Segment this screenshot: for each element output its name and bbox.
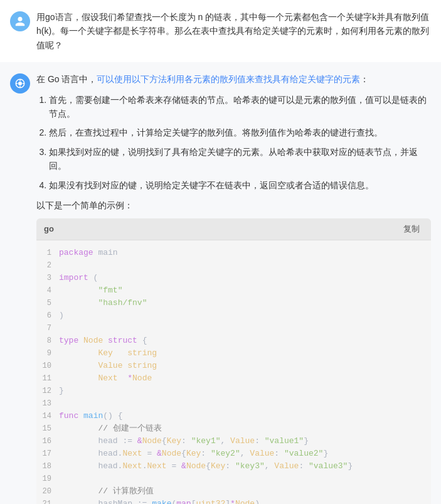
code-line: 12}: [36, 385, 431, 397]
code-line: 11 Next *Node: [36, 372, 431, 385]
line-number: 16: [36, 435, 59, 448]
line-code: "hash/fnv": [59, 297, 431, 309]
code-line: 20 // 计算散列值: [36, 485, 431, 498]
line-number: 12: [36, 385, 59, 397]
code-line: 16 head := &Node{Key: "key1", Value: "va…: [36, 435, 431, 448]
line-code: head.Next = &Node{Key: "key2", Value: "v…: [59, 448, 431, 460]
line-code: head := &Node{Key: "key1", Value: "value…: [59, 435, 431, 448]
line-code: [59, 322, 431, 335]
code-line: 4 "fmt": [36, 284, 431, 297]
step-2: 然后，在查找过程中，计算给定关键字的散列值。将散列值作为哈希表的键进行查找。: [49, 126, 431, 139]
line-number: 19: [36, 473, 59, 485]
code-line: 17 head.Next = &Node{Key: "key2", Value:…: [36, 448, 431, 460]
line-number: 20: [36, 485, 59, 498]
code-header: go 复制: [36, 218, 431, 240]
chat-container: 用go语言，假设我们希望查找一个长度为 n 的链表，其中每一个元素都包含一个关键…: [0, 0, 441, 504]
line-code: Next *Node: [59, 372, 431, 385]
line-code: [59, 259, 431, 272]
intro-after-link: ：: [360, 74, 369, 84]
code-line: 2: [36, 259, 431, 272]
line-number: 8: [36, 335, 59, 347]
line-code: type Node struct {: [59, 335, 431, 347]
code-line: 5 "hash/fnv": [36, 297, 431, 309]
user-message: 用go语言，假设我们希望查找一个长度为 n 的链表，其中每一个元素都包含一个关键…: [0, 0, 441, 62]
code-line: 18 head.Next.Next = &Node{Key: "key3", V…: [36, 460, 431, 473]
code-line: 7: [36, 322, 431, 335]
line-number: 11: [36, 372, 59, 385]
line-code: [59, 473, 431, 485]
intro-before-link: 在 Go 语言中，: [36, 74, 97, 84]
code-block: go 复制 1package main23import (4 "fmt"5 "h…: [36, 218, 431, 504]
ai-intro: 在 Go 语言中，可以使用以下方法利用各元素的散列值来查找具有给定关键字的元素：: [36, 72, 431, 86]
example-intro: 以下是一个简单的示例：: [36, 198, 431, 212]
code-line: 6): [36, 309, 431, 322]
code-line: 8type Node struct {: [36, 335, 431, 347]
line-code: func main() {: [59, 410, 431, 422]
line-code: // 计算散列值: [59, 485, 431, 498]
step-3: 如果找到对应的键，说明找到了具有给定关键字的元素。从哈希表中获取对应的链表节点，…: [49, 145, 431, 173]
line-code: [59, 397, 431, 410]
user-icon: [14, 16, 26, 27]
ai-content: 在 Go 语言中，可以使用以下方法利用各元素的散列值来查找具有给定关键字的元素：…: [36, 72, 431, 504]
line-code: }: [59, 385, 431, 397]
user-avatar: [10, 11, 30, 31]
step-1: 首先，需要创建一个哈希表来存储链表的节点。哈希表的键可以是元素的散列值，值可以是…: [49, 93, 431, 121]
line-code: package main: [59, 247, 431, 259]
line-number: 15: [36, 422, 59, 435]
line-code: // 创建一个链表: [59, 422, 431, 435]
line-number: 18: [36, 460, 59, 473]
line-number: 4: [36, 284, 59, 297]
step-4: 如果没有找到对应的键，说明给定关键字不在链表中，返回空或者合适的错误信息。: [49, 178, 431, 192]
code-line: 15 // 创建一个链表: [36, 422, 431, 435]
line-number: 9: [36, 347, 59, 360]
code-line: 1package main: [36, 247, 431, 259]
code-line: 10 Value string: [36, 360, 431, 372]
ai-message: 在 Go 语言中，可以使用以下方法利用各元素的散列值来查找具有给定关键字的元素：…: [0, 62, 441, 504]
code-lang-label: go: [44, 223, 54, 236]
line-code: head.Next.Next = &Node{Key: "key3", Valu…: [59, 460, 431, 473]
code-line: 21 hashMap := make(map[uint32]*Node): [36, 498, 431, 504]
line-number: 14: [36, 410, 59, 422]
line-number: 5: [36, 297, 59, 309]
line-number: 10: [36, 360, 59, 372]
code-body: 1package main23import (4 "fmt"5 "hash/fn…: [36, 240, 431, 504]
line-number: 6: [36, 309, 59, 322]
intro-link[interactable]: 可以使用以下方法利用各元素的散列值来查找具有给定关键字的元素: [97, 74, 360, 84]
line-code: Key string: [59, 347, 431, 360]
line-code: Value string: [59, 360, 431, 372]
line-number: 2: [36, 259, 59, 272]
line-number: 1: [36, 247, 59, 259]
line-number: 21: [36, 498, 59, 504]
code-line: 3import (: [36, 272, 431, 284]
ai-avatar: [10, 73, 30, 94]
code-line: 14func main() {: [36, 410, 431, 422]
line-code: "fmt": [59, 284, 431, 297]
line-code: ): [59, 309, 431, 322]
code-line: 19: [36, 473, 431, 485]
user-message-text: 用go语言，假设我们希望查找一个长度为 n 的链表，其中每一个元素都包含一个关键…: [36, 10, 431, 52]
line-number: 13: [36, 397, 59, 410]
ai-icon: [14, 78, 26, 89]
line-number: 3: [36, 272, 59, 284]
svg-point-1: [18, 82, 22, 85]
line-number: 7: [36, 322, 59, 335]
copy-button[interactable]: 复制: [400, 222, 423, 236]
code-line: 13: [36, 397, 431, 410]
steps-list: 首先，需要创建一个哈希表来存储链表的节点。哈希表的键可以是元素的散列值，值可以是…: [36, 93, 431, 192]
line-number: 17: [36, 448, 59, 460]
code-line: 9 Key string: [36, 347, 431, 360]
line-code: import (: [59, 272, 431, 284]
line-code: hashMap := make(map[uint32]*Node): [59, 498, 431, 504]
